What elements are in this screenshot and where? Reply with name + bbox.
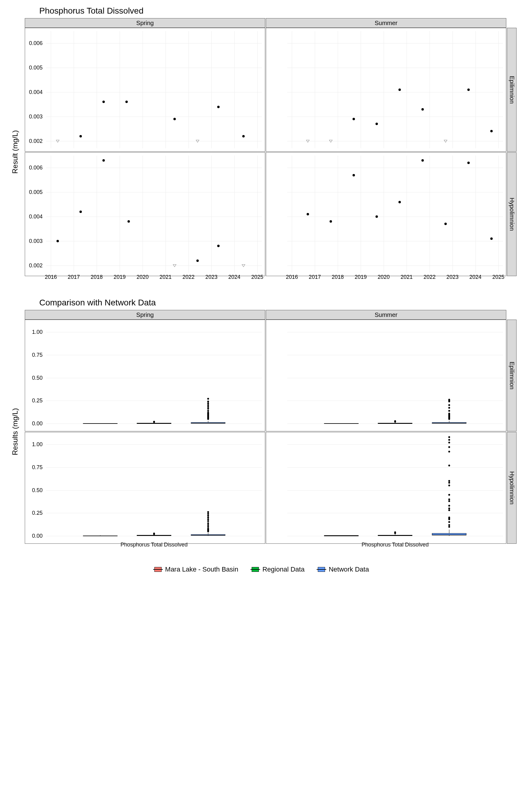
outlier-point xyxy=(448,442,450,444)
legend-swatch-icon xyxy=(317,566,326,573)
panel-spring-hypo: 0.0020.0030.0040.0050.006201620172018201… xyxy=(25,152,265,276)
outlier-point xyxy=(207,524,209,526)
data-point xyxy=(196,260,199,262)
legend-label: Network Data xyxy=(329,566,369,573)
col-strip-summer: Summer xyxy=(266,18,506,28)
data-point xyxy=(467,162,470,164)
legend-label: Mara Lake - South Basin xyxy=(165,566,238,573)
x-category-label: Phosphorus Total Dissolved xyxy=(362,541,429,548)
outlier-point xyxy=(448,465,450,466)
data-point xyxy=(329,220,332,223)
outlier-point xyxy=(448,407,450,409)
data-point xyxy=(242,135,245,138)
outlier-point xyxy=(448,410,450,412)
outlier-point xyxy=(207,401,209,402)
outlier-point xyxy=(207,412,209,413)
data-point xyxy=(376,123,378,125)
data-point xyxy=(490,238,493,240)
outlier-point xyxy=(448,494,450,496)
panel-summer-hypo: 2016201720182019202020212022202320242025 xyxy=(266,152,506,276)
bpanel-summer-epi xyxy=(266,320,506,431)
data-point xyxy=(57,240,59,242)
outlier-point xyxy=(207,404,209,406)
data-point xyxy=(217,245,220,247)
outlier-point xyxy=(448,485,450,486)
data-point xyxy=(398,201,401,203)
outlier-point xyxy=(207,398,209,400)
censored-point-icon xyxy=(444,140,447,143)
data-point xyxy=(421,108,424,110)
data-point xyxy=(353,118,355,120)
chart2-ylabel: Results (mg/L) xyxy=(11,408,19,455)
data-point xyxy=(353,174,355,177)
outlier-point xyxy=(448,482,450,484)
outlier-point xyxy=(207,408,209,410)
legend-swatch-icon xyxy=(250,566,260,573)
censored-point-icon xyxy=(173,264,176,267)
legend-item: Network Data xyxy=(317,566,369,573)
data-point xyxy=(102,159,105,162)
bpanel-summer-hypo: Phosphorus Total Dissolved xyxy=(266,432,506,544)
outlier-point xyxy=(448,436,450,438)
data-point xyxy=(376,216,378,218)
outlier-point xyxy=(448,446,450,448)
scatter-facet-chart: Phosphorus Total Dissolved Result (mg/L)… xyxy=(6,6,516,286)
data-point xyxy=(174,118,176,120)
outlier-point xyxy=(207,528,209,530)
bpanel-spring-hypo: 0.000.250.500.751.00Phosphorus Total Dis… xyxy=(25,432,265,544)
outlier-point xyxy=(448,451,450,452)
outlier-point xyxy=(448,516,450,519)
censored-point-icon xyxy=(242,264,245,267)
row-strip-hypo: Hypolimnion xyxy=(507,152,517,276)
data-point xyxy=(217,106,220,108)
outlier-point xyxy=(448,399,450,401)
row-strip-epi: Epilimnion xyxy=(507,28,517,151)
legend-item: Mara Lake - South Basin xyxy=(153,566,238,573)
chart1-ylabel: Result (mg/L) xyxy=(11,130,19,174)
outlier-point xyxy=(448,480,450,482)
data-point xyxy=(79,210,82,213)
data-point xyxy=(398,88,401,91)
row-strip-epi2: Epilimnion xyxy=(507,320,517,431)
censored-point-icon xyxy=(329,140,333,143)
col-strip-summer2: Summer xyxy=(266,310,506,320)
data-point xyxy=(125,101,128,103)
outlier-point xyxy=(448,499,450,500)
outlier-point xyxy=(394,531,396,533)
outlier-point xyxy=(448,526,450,528)
outlier-point xyxy=(207,410,209,412)
legend-swatch-icon xyxy=(153,566,163,573)
data-point xyxy=(79,135,82,138)
x-category-label: Phosphorus Total Dissolved xyxy=(121,541,187,548)
outlier-point xyxy=(207,513,209,515)
data-point xyxy=(444,223,447,225)
outlier-point xyxy=(448,439,450,441)
outlier-point xyxy=(207,402,209,404)
bpanel-spring-epi: 0.000.250.500.751.00 xyxy=(25,320,265,431)
data-point xyxy=(307,213,309,216)
col-strip-spring2: Spring xyxy=(25,310,265,320)
outlier-point xyxy=(207,515,209,516)
legend-item: Regional Data xyxy=(250,566,304,573)
outlier-point xyxy=(448,521,450,523)
outlier-point xyxy=(448,413,450,414)
legend-label: Regional Data xyxy=(262,566,304,573)
censored-point-icon xyxy=(306,140,309,143)
chart2-title: Comparison with Network Data xyxy=(39,298,516,307)
legend: Mara Lake - South BasinRegional DataNetw… xyxy=(6,566,516,573)
outlier-point xyxy=(153,421,155,423)
data-point xyxy=(490,130,493,132)
outlier-point xyxy=(207,511,209,513)
outlier-point xyxy=(448,500,450,502)
data-point xyxy=(102,101,105,103)
censored-point-icon xyxy=(56,140,60,143)
outlier-point xyxy=(207,526,209,528)
outlier-point xyxy=(207,522,209,524)
panel-summer-epi xyxy=(266,28,506,151)
boxplot-facet-chart: Comparison with Network Data Results (mg… xyxy=(6,298,516,553)
outlier-point xyxy=(448,404,450,406)
outlier-point xyxy=(207,520,209,522)
outlier-point xyxy=(207,406,209,408)
outlier-point xyxy=(207,519,209,520)
outlier-point xyxy=(207,516,209,519)
